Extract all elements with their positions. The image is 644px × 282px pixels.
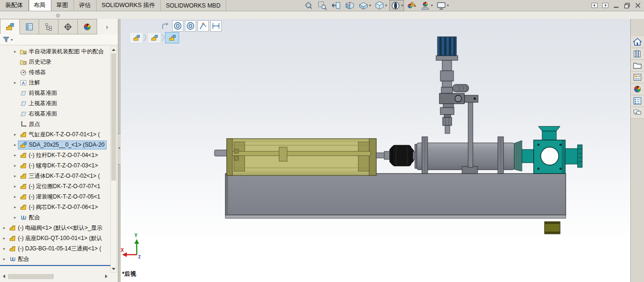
dropdown-arrow-icon[interactable]: ▾	[401, 3, 403, 8]
minimize-button[interactable]	[613, 2, 619, 8]
ribbon-tab-1[interactable]: 装配体	[0, 0, 29, 11]
pane-collapse-left-button[interactable]	[591, 2, 598, 8]
model-filling-nozzle[interactable]	[436, 37, 469, 133]
scroll-up-arrow-icon[interactable]	[112, 49, 116, 51]
tree-item-core[interactable]: (-) 电磁阀<1> (默认<<默认>_显示	[7, 223, 104, 233]
tree-item[interactable]: 上视基准面	[0, 98, 110, 108]
tree-item-expand-arrow[interactable]: ▸	[12, 194, 18, 199]
edit-appearance-button[interactable]	[405, 0, 418, 11]
manager-tabs-expand-button[interactable]: ›	[99, 19, 115, 34]
filter-funnel-icon[interactable]	[2, 36, 10, 43]
dropdown-arrow-icon[interactable]: ▾	[431, 3, 433, 8]
breadcrumb-item-2[interactable]	[147, 32, 161, 43]
tree-item-expand-arrow[interactable]: ▸	[12, 132, 18, 137]
tree-item-core[interactable]: (-) 螺母DK-T-Z-O-07-03<1>	[18, 161, 100, 171]
display-style-button[interactable]: ▾	[389, 0, 404, 11]
dropdown-arrow-icon[interactable]: ▾	[11, 38, 13, 42]
tree-item-expand-arrow[interactable]: ▸	[12, 153, 18, 158]
tree-item-core[interactable]: 右视基准面	[18, 109, 59, 119]
tree-item[interactable]: ▸A注解	[0, 77, 110, 88]
tree-item-expand-arrow[interactable]: ▸	[12, 215, 18, 220]
tree-item[interactable]: 前视基准面	[0, 88, 110, 98]
restore-button[interactable]	[624, 2, 630, 8]
ribbon-tab-6[interactable]: SOLIDWORKS MBD	[161, 0, 226, 11]
model-air-cylinder[interactable]	[227, 139, 376, 175]
vertical-scroll-thumb[interactable]	[111, 53, 116, 181]
model-barb-fitting[interactable]	[453, 84, 469, 92]
featuremanager-tab[interactable]	[0, 19, 20, 34]
model-three-way-valve[interactable]	[522, 126, 582, 174]
dropdown-arrow-icon[interactable]: ▾	[447, 3, 449, 8]
design-library-button[interactable]	[631, 48, 644, 60]
file-explorer-button[interactable]	[631, 60, 644, 72]
tree-item[interactable]: ▸(-) 拉杆DK-T-Z-O-07-04<1>	[0, 150, 110, 160]
tree-item[interactable]: ▸气缸座DK-T-Z-O-07-01<1> (	[0, 129, 110, 140]
tree-item-core[interactable]: (-) 拉杆DK-T-Z-O-07-04<1>	[18, 150, 100, 160]
model-piston-rod[interactable]	[215, 150, 228, 156]
tree-item-core[interactable]: 配合	[7, 254, 31, 264]
commandmanager-collapsed-strip[interactable]	[0, 11, 644, 19]
tree-item[interactable]: 原点	[0, 119, 110, 129]
concentric-circle-button[interactable]	[185, 20, 196, 32]
custom-properties-button[interactable]	[631, 95, 644, 107]
tree-item-expand-arrow[interactable]: ▸	[12, 205, 18, 209]
tree-item-expand-arrow[interactable]: ▸	[12, 184, 18, 189]
tree-item-core[interactable]: 原点	[18, 119, 42, 129]
tree-vertical-scrollbar[interactable]	[110, 46, 117, 273]
tree-item-expand-arrow[interactable]: ▸	[12, 174, 18, 178]
annotation-views-button[interactable]: ▾	[357, 0, 372, 11]
tree-item[interactable]: ▸(-) 阀芯DK-T-Z-O-07-06<1>	[0, 202, 110, 212]
breadcrumb-item-3[interactable]	[165, 32, 179, 43]
tree-item-core[interactable]: SDA_20x25__0_<1> (SDA-20	[18, 141, 107, 149]
tree-item-core[interactable]: 半自动灌装机装配图 中的配合	[18, 47, 106, 57]
forum-button[interactable]	[631, 107, 644, 119]
propertymanager-tab[interactable]	[20, 19, 39, 34]
tree-item[interactable]: ▸(-) 电磁阀<1> (默认<<默认>_显示	[0, 223, 110, 233]
model-coupling[interactable]	[389, 145, 414, 166]
concentric-circle-button[interactable]	[172, 20, 183, 32]
view-orientation-button[interactable]: ▾	[373, 0, 388, 11]
tree-item-expand-arrow[interactable]: ▸	[1, 236, 7, 241]
model-3d-view[interactable]: X Y Z	[121, 19, 630, 282]
model-base[interactable]	[225, 174, 566, 218]
tree-item[interactable]: ▸三通体DK-T-Z-O-07-02<1> (	[0, 171, 110, 181]
horizontal-dimension-button[interactable]	[210, 20, 222, 32]
tree-item[interactable]: ▸配合	[0, 254, 110, 264]
configurationmanager-tab[interactable]	[39, 19, 58, 34]
tree-item[interactable]: ▸半自动灌装机装配图 中的配合	[0, 46, 110, 57]
ribbon-tab-4[interactable]: 评估	[74, 0, 97, 11]
dropdown-arrow-icon[interactable]: ▾	[369, 3, 371, 8]
tree-item[interactable]: 右视基准面	[0, 108, 110, 119]
tree-item[interactable]: 传感器	[0, 67, 110, 77]
breadcrumb-item-1[interactable]	[129, 32, 143, 43]
tree-item[interactable]: ▸(-) 底座DKG-QT-100-01<1> (默认	[0, 233, 110, 243]
tree-item-expand-arrow[interactable]: ▸	[1, 257, 7, 261]
tree-item[interactable]: ▸(-) 定位圈DK-T-Z-O-07-07<1	[0, 181, 110, 191]
tree-item-core[interactable]: (-) 定位圈DK-T-Z-O-07-07<1	[18, 182, 102, 191]
rollback-bar[interactable]	[0, 265, 110, 266]
tree-filter-row[interactable]: ▾	[0, 34, 118, 45]
tree-item[interactable]: ▸(-) 螺母DK-T-Z-O-07-03<1>	[0, 160, 110, 171]
model-cone-flange[interactable]	[514, 141, 522, 171]
ribbon-tab-3[interactable]: 草图	[51, 0, 74, 11]
pane-collapse-right-button[interactable]	[602, 2, 609, 8]
dimxpertmanager-tab[interactable]	[58, 19, 78, 34]
section-view-button[interactable]	[344, 0, 356, 11]
tree-item-core[interactable]: (-) DJG-BG-01-05-14三通阀<1> (	[7, 244, 103, 254]
tree-item-core[interactable]: (-) 底座DKG-QT-100-01<1> (默认	[7, 233, 104, 243]
tree-item[interactable]: ▸(-) 灌装嘴DK-T-Z-O-07-05<1	[0, 191, 110, 202]
ribbon-tab-2[interactable]: 布局	[29, 0, 51, 11]
tree-item-core[interactable]: A注解	[18, 78, 42, 88]
view-settings-button[interactable]: ▾	[435, 0, 450, 11]
horizontal-scroll-thumb[interactable]	[8, 274, 54, 279]
view-palette-button[interactable]	[631, 72, 644, 83]
exit-flag-button[interactable]	[160, 20, 171, 32]
displaymanager-tab[interactable]	[78, 19, 97, 34]
tree-item-core[interactable]: 上视基准面	[18, 99, 59, 108]
tree-item-core[interactable]: 气缸座DK-T-Z-O-07-01<1> (	[18, 130, 102, 140]
scroll-right-arrow-icon[interactable]	[105, 274, 107, 278]
zoom-fit-button[interactable]	[303, 0, 315, 11]
zoom-area-button[interactable]	[316, 0, 329, 11]
tree-item-core[interactable]: 配合	[18, 213, 42, 223]
tree-item-expand-arrow[interactable]: ▸	[12, 80, 18, 85]
